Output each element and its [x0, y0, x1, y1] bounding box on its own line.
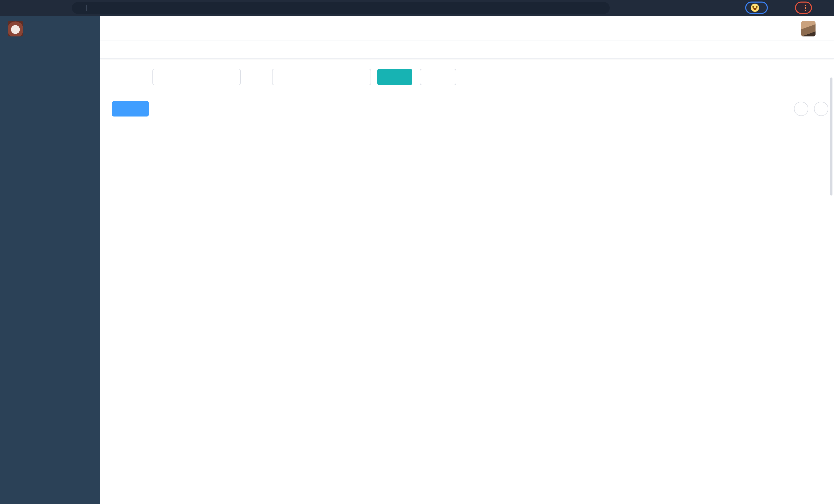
vertical-scrollbar[interactable]: [830, 78, 832, 196]
reset-button[interactable]: [420, 69, 456, 85]
browser-toolbar: [0, 0, 834, 16]
search-button[interactable]: [377, 69, 412, 85]
app-header: [100, 16, 834, 41]
dept-name-input[interactable]: [152, 69, 241, 85]
forward-icon[interactable]: [18, 1, 31, 15]
address-bar[interactable]: [72, 2, 610, 14]
avatar[interactable]: [801, 21, 815, 36]
divider: [86, 5, 87, 11]
bookmark-star-icon[interactable]: [616, 1, 629, 14]
app-logo[interactable]: [0, 16, 100, 41]
add-button[interactable]: [112, 101, 149, 116]
github-icon[interactable]: [731, 24, 741, 33]
page: [0, 0, 834, 504]
toggle-search-button[interactable]: [794, 102, 808, 116]
kebab-menu-icon[interactable]: [805, 4, 806, 11]
emoji-face-icon: [751, 4, 759, 12]
paused-extension-pill[interactable]: [745, 2, 768, 14]
search-icon[interactable]: [714, 24, 723, 33]
refresh-icon[interactable]: [33, 1, 46, 15]
font-size-icon[interactable]: [784, 24, 793, 33]
tags-view-bar: [100, 41, 834, 59]
sidebar: [0, 16, 100, 504]
status-select[interactable]: [272, 69, 371, 85]
refresh-table-button[interactable]: [814, 102, 828, 116]
fullscreen-icon[interactable]: [766, 24, 775, 33]
back-icon[interactable]: [2, 1, 15, 15]
browser-update-button[interactable]: [795, 2, 812, 14]
home-icon[interactable]: [48, 1, 62, 15]
help-icon[interactable]: [749, 24, 758, 33]
main-area: [100, 16, 834, 504]
header-actions: [714, 16, 834, 41]
logo-image: [8, 21, 23, 36]
content: [100, 60, 834, 504]
